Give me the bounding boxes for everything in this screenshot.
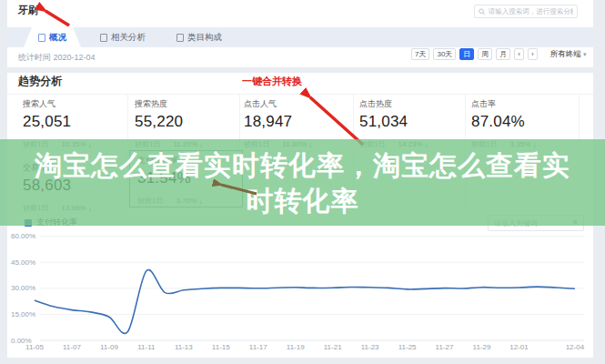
document-icon xyxy=(100,34,107,42)
section-title: 趋势分析 xyxy=(18,74,62,89)
keyword-title: 牙刷 xyxy=(18,4,38,17)
merge-convert-link[interactable]: 一键合并转换 xyxy=(242,75,302,88)
tab-label: 类目构成 xyxy=(187,32,222,44)
conversion-rate-line xyxy=(35,270,575,334)
conversion-line-chart xyxy=(7,228,593,350)
range-button-30天[interactable]: 30天 xyxy=(433,48,456,60)
search-icon xyxy=(479,8,486,15)
banner-line2: 时转化率 xyxy=(0,183,605,218)
search-input[interactable]: 请输入搜索词，进行搜索分析 xyxy=(474,5,578,18)
app-root: 牙刷 请输入搜索词，进行搜索分析 概况相关分析类目构成 统计时间 2020-12… xyxy=(0,0,605,364)
range-button-日[interactable]: 日 xyxy=(459,48,474,60)
range-button-月[interactable]: 月 xyxy=(496,48,510,60)
metric-label: 搜索热度 xyxy=(135,98,237,110)
next-button[interactable]: › xyxy=(528,48,538,60)
chevron-down-icon: ▾ xyxy=(583,51,587,57)
metric-value: 18,947 xyxy=(244,113,346,131)
tab-类目构成[interactable]: 类目构成 xyxy=(167,27,231,47)
divider xyxy=(7,94,593,95)
metric-label: 点击热度 xyxy=(359,98,461,110)
document-icon xyxy=(38,34,45,42)
metric-label: 点击人气 xyxy=(244,98,346,110)
banner-line1: 淘宝怎么查看实时转化率，淘宝怎么查看实 xyxy=(0,147,605,183)
prev-button[interactable]: ‹ xyxy=(514,48,524,60)
terminal-dropdown[interactable]: 所有终端 ▾ xyxy=(550,49,587,60)
tab-bar: 概况相关分析类目构成 xyxy=(7,27,593,47)
tab-label: 相关分析 xyxy=(111,32,146,44)
title-banner-overlay: 淘宝怎么查看实时转化率，淘宝怎么查看实 时转化率 xyxy=(0,139,605,226)
tab-概况[interactable]: 概况 xyxy=(24,27,81,47)
document-icon xyxy=(176,34,184,42)
tab-相关分析[interactable]: 相关分析 xyxy=(91,27,155,47)
range-button-周[interactable]: 周 xyxy=(478,48,492,60)
search-placeholder: 请输入搜索词，进行搜索分析 xyxy=(489,7,573,16)
metric-value: 25,051 xyxy=(23,113,125,131)
metric-value: 55,220 xyxy=(135,113,237,131)
top-panel: 牙刷 请输入搜索词，进行搜索分析 概况相关分析类目构成 统计时间 2020-12… xyxy=(7,0,593,67)
stat-time-label: 统计时间 2020-12-04 xyxy=(18,52,96,64)
range-button-7天[interactable]: 7天 xyxy=(411,48,429,60)
metric-value: 87.04% xyxy=(471,113,573,131)
metric-value: 51,034 xyxy=(359,113,461,131)
tab-label: 概况 xyxy=(49,32,66,44)
metric-label: 搜索人气 xyxy=(23,98,125,110)
metric-label: 点击率 xyxy=(471,98,573,110)
date-range-toolbar: 7天30天日周月‹›所有终端 ▾ xyxy=(411,48,587,60)
terminal-label: 所有终端 xyxy=(550,49,581,58)
